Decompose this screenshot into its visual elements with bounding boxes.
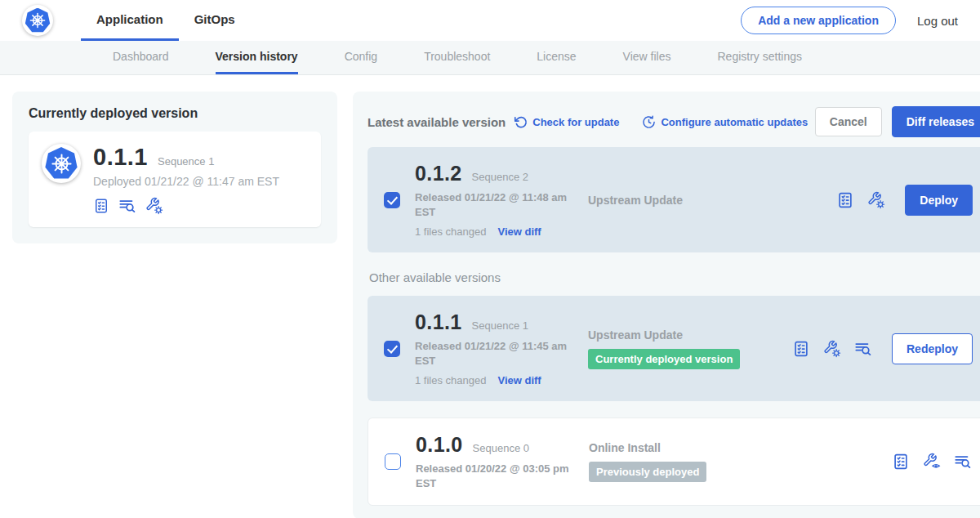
version-number: 0.1.1: [415, 310, 462, 334]
top-nav: Application GitOps Add a new application…: [0, 0, 980, 41]
sequence-label: Sequence 1: [472, 319, 528, 332]
preflight-checks-icon[interactable]: [836, 191, 854, 209]
app-tabs: Application GitOps: [81, 0, 251, 41]
version-source-label: Upstream Update: [588, 328, 683, 342]
deployed-version-card: 0.1.1 Sequence 1 Deployed 01/21/22 @ 11:…: [29, 132, 321, 227]
helm-wheel-icon: [25, 8, 51, 33]
released-timestamp: Released 01/21/22 @ 11:45 am EST: [415, 339, 578, 368]
deploy-button[interactable]: Deploy: [905, 185, 973, 216]
edit-config-icon[interactable]: [823, 340, 841, 358]
refresh-icon: [514, 115, 528, 129]
diff-releases-button[interactable]: Diff releases: [892, 106, 980, 137]
available-versions-panel: Latest available version Check for updat…: [353, 92, 980, 518]
tab-gitops[interactable]: GitOps: [179, 0, 251, 41]
released-timestamp: Released 01/21/22 @ 11:48 am EST: [415, 190, 578, 219]
helm-wheel-icon: [45, 147, 78, 180]
configure-auto-updates-link[interactable]: Configure automatic updates: [642, 115, 808, 129]
edit-config-icon[interactable]: [867, 191, 885, 209]
version-source-label: Online Install: [589, 441, 661, 454]
view-files-icon[interactable]: [118, 197, 136, 215]
deployed-sequence-label: Sequence 1: [158, 155, 214, 167]
subnav-config[interactable]: Config: [345, 41, 377, 74]
edit-config-icon[interactable]: [145, 197, 163, 215]
add-application-button[interactable]: Add a new application: [741, 7, 896, 34]
version-card-0-1-0: 0.1.0 Sequence 0 Released 01/20/22 @ 03:…: [368, 418, 980, 506]
version-source-label: Upstream Update: [588, 194, 683, 207]
files-changed-label: 1 files changed: [415, 374, 486, 386]
preflight-checks-icon[interactable]: [792, 340, 810, 358]
main-content: Currently deployed version 0.1.1 Sequenc…: [0, 75, 980, 518]
preflight-checks-icon[interactable]: [93, 198, 109, 214]
preflight-checks-icon[interactable]: [892, 453, 910, 471]
view-files-icon[interactable]: [954, 453, 972, 471]
version-card-0-1-2: 0.1.2 Sequence 2 Released 01/21/22 @ 11:…: [368, 147, 980, 252]
logout-link[interactable]: Log out: [917, 14, 958, 28]
app-sub-nav: Dashboard Version history Config Trouble…: [0, 41, 980, 75]
version-number: 0.1.0: [416, 433, 463, 457]
subnav-license[interactable]: License: [537, 41, 576, 74]
subnav-troubleshoot[interactable]: Troubleshoot: [424, 41, 490, 74]
currently-deployed-panel: Currently deployed version 0.1.1 Sequenc…: [12, 92, 337, 243]
kubernetes-logo: [22, 5, 53, 36]
view-diff-link[interactable]: View diff: [497, 226, 541, 238]
sequence-label: Sequence 0: [473, 442, 529, 454]
files-changed-label: 1 files changed: [415, 226, 486, 238]
version-number: 0.1.2: [415, 162, 462, 185]
subnav-dashboard[interactable]: Dashboard: [113, 41, 169, 74]
deployed-timestamp: Deployed 01/21/22 @ 11:47 am EST: [93, 175, 279, 188]
auto-update-icon: [642, 115, 656, 129]
deployed-version-number: 0.1.1: [93, 144, 148, 171]
view-files-icon[interactable]: [854, 340, 872, 358]
cancel-button[interactable]: Cancel: [815, 107, 882, 136]
view-diff-link[interactable]: View diff: [497, 374, 541, 386]
other-versions-title: Other available versions: [369, 270, 980, 284]
subnav-version-history[interactable]: Version history: [216, 41, 298, 74]
check-for-update-link[interactable]: Check for update: [514, 115, 619, 129]
view-config-icon[interactable]: [923, 453, 941, 471]
subnav-registry-settings[interactable]: Registry settings: [717, 41, 801, 74]
version-checkbox[interactable]: [384, 341, 400, 357]
currently-deployed-badge: Currently deployed version: [588, 349, 740, 369]
top-nav-right: Add a new application Log out: [741, 0, 958, 41]
sequence-label: Sequence 2: [472, 171, 528, 183]
app-logo: [42, 144, 81, 183]
latest-available-title: Latest available version: [368, 115, 506, 129]
latest-available-header: Latest available version Check for updat…: [368, 106, 980, 137]
released-timestamp: Released 01/20/22 @ 03:05 pm EST: [416, 462, 579, 490]
version-checkbox[interactable]: [384, 192, 400, 208]
tab-application[interactable]: Application: [81, 0, 179, 41]
version-card-0-1-1: 0.1.1 Sequence 1 Released 01/21/22 @ 11:…: [368, 296, 980, 401]
version-checkbox[interactable]: [385, 453, 401, 470]
redeploy-button[interactable]: Redeploy: [892, 333, 973, 364]
subnav-view-files[interactable]: View files: [623, 41, 671, 74]
currently-deployed-title: Currently deployed version: [29, 106, 321, 121]
previously-deployed-badge: Previously deployed: [589, 462, 706, 482]
